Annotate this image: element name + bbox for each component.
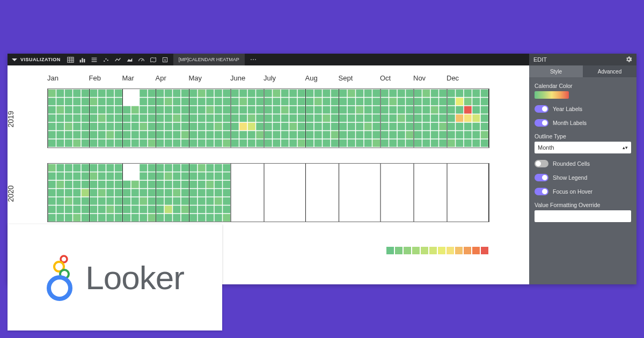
heatmap-grid[interactable] [47,163,489,223]
outline-select[interactable]: Month ▴▾ [535,142,631,153]
svg-rect-586 [265,172,272,180]
svg-rect-452 [106,164,114,171]
svg-rect-356 [448,98,455,105]
svg-rect-167 [223,98,230,105]
active-viz-tab[interactable]: [MP]CALENDAR HEATMAP [173,54,245,65]
svg-rect-601 [281,180,289,188]
svg-rect-472 [123,214,130,221]
svg-rect-36 [65,114,72,122]
svg-rect-539 [206,189,214,196]
svg-rect-246 [314,114,322,122]
toggle-show-legend[interactable]: Show Legend [535,174,631,181]
svg-rect-760 [472,164,480,171]
svg-rect-542 [206,214,214,221]
tab-style[interactable]: Style [529,65,583,77]
heatmap-grid[interactable] [47,89,489,148]
toggle-focus-hover[interactable]: Focus on Hover [535,188,631,195]
tab-advanced[interactable]: Advanced [583,65,636,77]
svg-rect-717 [414,214,422,221]
list-chart-icon[interactable] [89,54,100,65]
svg-rect-634 [323,164,330,171]
svg-rect-279 [356,98,363,105]
toggle-month-labels[interactable]: Month Labels [535,119,631,127]
svg-rect-763 [472,189,480,196]
svg-rect-565 [239,172,247,180]
svg-rect-45 [73,131,80,138]
svg-rect-470 [123,197,130,204]
svg-rect-480 [140,164,147,171]
svg-rect-197 [256,114,264,122]
number-chart-icon[interactable]: 6 [159,54,171,65]
viz-tab-label: [MP]CALENDAR HEATMAP [179,57,239,62]
svg-rect-689 [381,214,389,221]
svg-rect-464 [115,205,122,213]
svg-rect-664 [356,180,363,188]
svg-rect-43 [73,114,80,122]
svg-rect-709 [406,205,413,213]
svg-rect-591 [265,214,272,221]
svg-rect-702 [398,205,405,213]
svg-rect-86 [123,123,130,130]
svg-rect-111 [156,98,164,105]
gear-icon[interactable] [625,56,632,64]
svg-rect-112 [156,106,164,114]
svg-rect-92 [131,114,139,122]
svg-rect-89 [131,90,139,97]
svg-rect-458 [106,214,114,221]
line-chart-icon[interactable] [112,54,124,65]
svg-rect-550 [223,164,230,171]
svg-rect-738 [439,214,447,221]
table-chart-icon[interactable] [65,54,77,65]
svg-rect-595 [273,189,280,196]
svg-rect-581 [256,189,264,196]
svg-rect-254 [323,123,330,130]
svg-rect-37 [65,123,72,130]
svg-rect-193 [248,139,255,147]
svg-rect-295 [372,114,380,122]
collapse-icon[interactable] [12,58,17,61]
svg-rect-703 [398,214,405,221]
svg-rect-234 [298,131,305,138]
svg-rect-57 [90,114,97,122]
svg-rect-588 [265,189,272,196]
gauge-chart-icon[interactable] [136,54,148,65]
svg-rect-711 [414,164,422,171]
svg-rect-306 [389,90,397,97]
svg-rect-638 [323,197,330,204]
svg-rect-478 [131,205,139,213]
svg-rect-121 [165,123,172,130]
bar-chart-icon[interactable] [77,54,89,65]
toolbar-left[interactable]: VISUALIZATION [8,54,65,65]
svg-rect-134 [181,114,189,122]
more-viz-icon[interactable]: ⋯ [245,56,263,63]
value-fmt-input[interactable] [535,210,631,222]
area-chart-icon[interactable] [124,54,136,65]
svg-rect-127 [173,114,180,122]
svg-rect-561 [231,197,239,204]
svg-rect-454 [106,180,114,188]
toggle-rounded-cells[interactable]: Rounded Cells [535,160,631,167]
svg-rect-686 [381,189,389,196]
color-swatch[interactable] [535,91,569,99]
toggle-year-labels[interactable]: Year Labels [535,105,631,113]
svg-rect-365 [456,114,463,122]
svg-rect-0 [68,57,74,62]
svg-rect-158 [206,139,214,147]
svg-rect-62 [98,98,106,105]
map-chart-icon[interactable] [148,54,159,65]
svg-rect-596 [273,197,280,204]
svg-rect-625 [306,205,313,213]
svg-rect-766 [472,214,480,221]
month-label: Dec [447,74,488,82]
svg-rect-357 [448,106,455,114]
svg-rect-189 [248,106,255,114]
svg-rect-645 [331,197,339,204]
svg-rect-658 [348,189,355,196]
svg-rect-273 [348,106,355,114]
svg-rect-377 [472,98,480,105]
scatter-chart-icon[interactable] [100,54,112,65]
svg-rect-66 [98,131,106,138]
svg-rect-706 [406,180,413,188]
edit-panel: EDIT Style Advanced Calendar Color Year … [529,54,636,284]
svg-rect-691 [389,172,397,180]
